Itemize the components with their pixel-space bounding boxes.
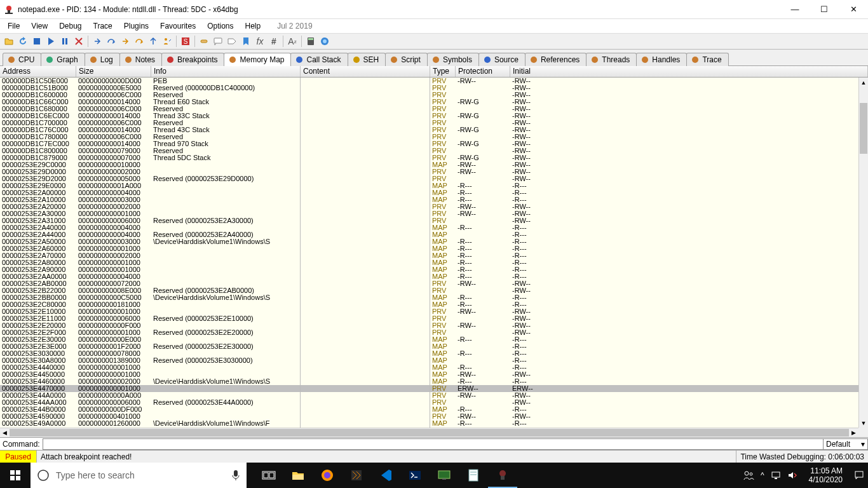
table-row[interactable]: 00000253E2A900000000000000001000MAP -R--… [0, 266, 858, 273]
table-row[interactable]: 000000DB1C66C0000000000000014000Thread E… [0, 98, 858, 105]
menu-view[interactable]: View [26, 20, 53, 32]
table-row[interactable]: 00000253E2E20000000000000000F000PRV -RW-… [0, 322, 858, 329]
col-info[interactable]: Info [151, 66, 301, 77]
tab-call-stack[interactable]: Call Stack [290, 53, 348, 66]
col-size[interactable]: Size [76, 66, 151, 77]
functions-icon[interactable]: fx [254, 35, 266, 48]
command-mode-dropdown[interactable]: Default▾ [824, 438, 868, 450]
table-row[interactable]: 000000DB1C700000000000000006C000Reserved… [0, 119, 858, 126]
vscode-icon[interactable] [371, 463, 400, 488]
table-row[interactable]: 00000253E2E30000000000000000E000MAP -R--… [0, 336, 858, 343]
tab-breakpoints[interactable]: Breakpoints [161, 53, 224, 66]
table-row[interactable]: 00000253E29D20000000000000005000Reserved… [0, 175, 858, 182]
col-type[interactable]: Type [430, 66, 456, 77]
bookmarks-icon[interactable] [240, 35, 252, 48]
menu-file[interactable]: File [3, 20, 25, 32]
table-row[interactable]: 00000253E2AB00000000000000072000PRV -RW-… [0, 280, 858, 287]
command-input[interactable] [43, 438, 824, 450]
trace-over-icon[interactable] [133, 35, 146, 48]
start-button[interactable] [0, 463, 31, 488]
task-view-icon[interactable] [254, 463, 283, 488]
trace-into-icon[interactable] [119, 35, 132, 48]
tab-source[interactable]: Source [478, 53, 526, 66]
stop-icon[interactable] [31, 35, 43, 48]
table-row[interactable]: 00000253E2A400000000000000004000MAP -R--… [0, 224, 858, 231]
run-to-return-icon[interactable] [147, 35, 159, 48]
tab-trace[interactable]: Trace [686, 53, 728, 66]
comments-icon[interactable] [212, 35, 224, 48]
col-address[interactable]: Address [0, 66, 76, 77]
menu-debug[interactable]: Debug [54, 20, 86, 32]
step-into-icon[interactable] [91, 35, 104, 48]
table-row[interactable]: 00000253E2BB000000000000000C5000\Device\… [0, 294, 858, 301]
table-row[interactable]: 000000DB1C680000000000000006C000Reserved… [0, 105, 858, 112]
tab-graph[interactable]: Graph [41, 53, 85, 66]
run-icon[interactable] [44, 35, 57, 48]
table-row[interactable]: 00000253E2AA00000000000000004000MAP -R--… [0, 273, 858, 280]
table-row[interactable]: 00000253E2A700000000000000002000MAP -R--… [0, 252, 858, 259]
memory-map-grid[interactable]: 000000DB1C50E000000000000000D000PEBPRV -… [0, 78, 868, 437]
table-row[interactable]: 00000253E2E2F0000000000000001000Reserved… [0, 329, 858, 336]
tab-seh[interactable]: SEH [348, 53, 386, 66]
tray-expand-icon[interactable]: ^ [761, 471, 764, 480]
volume-icon[interactable] [787, 470, 797, 480]
table-row[interactable]: 00000253E2E100000000000000001000PRV -RW-… [0, 308, 858, 315]
step-over-icon[interactable] [105, 35, 118, 48]
firefox-icon[interactable] [313, 463, 342, 488]
tab-symbols[interactable]: Symbols [427, 53, 479, 66]
tab-threads[interactable]: Threads [586, 53, 637, 66]
table-row[interactable]: 00000253E2E110000000000000006000Reserved… [0, 315, 858, 322]
menu-help[interactable]: Help [240, 20, 266, 32]
variables-icon[interactable]: # [268, 35, 280, 48]
table-row[interactable]: 00000253E29E0000000000000001A000MAP -R--… [0, 182, 858, 189]
table-row[interactable]: 00000253E44AA0000000000000006000Reserved… [0, 399, 858, 406]
table-row[interactable]: 000000DB1C8000000000000000079000Reserved… [0, 147, 858, 154]
table-row[interactable]: 000000DB1C780000000000000006C000Reserved… [0, 133, 858, 140]
table-row[interactable]: 00000253E29C00000000000000010000MAP -RW-… [0, 161, 858, 168]
pause-icon[interactable] [58, 35, 71, 48]
table-row[interactable]: 00000253E2C800000000000000181000MAP -R--… [0, 301, 858, 308]
table-row[interactable]: 00000253E2A310000000000000006000Reserved… [0, 217, 858, 224]
table-row[interactable]: 00000253E30A80000000000001389000Reserved… [0, 357, 858, 364]
people-icon[interactable] [743, 470, 754, 481]
table-row[interactable]: 00000253E44B000000000000000DF000MAP -R--… [0, 406, 858, 413]
col-content[interactable]: Content [301, 66, 430, 77]
restart-icon[interactable] [17, 35, 29, 48]
table-row[interactable]: 00000253E2A600000000000000001000MAP -R--… [0, 245, 858, 252]
notepad-icon[interactable] [459, 463, 488, 488]
open-icon[interactable] [3, 35, 15, 48]
table-row[interactable]: 00000253E2A000000000000000004000MAP -R--… [0, 189, 858, 196]
remote-desktop-icon[interactable] [430, 463, 459, 488]
table-row[interactable]: 000000DB1C50E000000000000000D000PEBPRV -… [0, 78, 858, 85]
tab-notes[interactable]: Notes [119, 53, 162, 66]
taskbar-search[interactable]: Type here to search [31, 463, 247, 488]
table-row[interactable]: 00000253E44400000000000000001000MAP -R--… [0, 364, 858, 371]
menu-trace[interactable]: Trace [88, 20, 118, 32]
x64dbg-taskbar-icon[interactable] [488, 463, 517, 488]
table-row[interactable]: 00000253E44600000000000000002000\Device\… [0, 378, 858, 385]
table-row[interactable]: 000000DB1C8790000000000000007000Thread 5… [0, 154, 858, 161]
close-file-icon[interactable] [72, 35, 85, 48]
col-initial[interactable]: Initial [510, 66, 868, 77]
file-explorer-icon[interactable] [283, 463, 313, 488]
tab-references[interactable]: References [525, 53, 587, 66]
action-center-icon[interactable] [854, 470, 864, 480]
table-row[interactable]: 000000DB1C51B00000000000000E5000Reserved… [0, 85, 858, 92]
tab-script[interactable]: Script [385, 53, 428, 66]
table-row[interactable]: 00000253E2A300000000000000001000PRV -RW-… [0, 210, 858, 217]
table-row[interactable]: 00000253E45900000000000000401000PRV -RW-… [0, 413, 858, 420]
minimize-button[interactable]: — [780, 0, 810, 18]
tab-cpu[interactable]: CPU [3, 53, 41, 66]
powershell-icon[interactable] [400, 463, 430, 488]
table-row[interactable]: 00000253E2A800000000000000001000MAP -R--… [0, 259, 858, 266]
vertical-scrollbar[interactable]: ▲▼ [858, 78, 868, 428]
taskbar-clock[interactable]: 11:05 AM4/10/2020 [804, 466, 848, 484]
table-row[interactable]: 000000DB1C600000000000000006C000Reserved… [0, 92, 858, 98]
tab-memory-map[interactable]: Memory Map [224, 53, 291, 66]
table-row[interactable]: 00000253E2E3E00000000000001F2000Reserved… [0, 343, 858, 350]
table-row[interactable]: 000000DB1C7EC0000000000000014000Thread 9… [0, 140, 858, 147]
table-row[interactable]: 00000253E44500000000000000001000MAP -RW-… [0, 371, 858, 378]
table-row[interactable]: 00000253E29D00000000000000002000PRV -RW-… [0, 168, 858, 175]
table-row[interactable]: 00000253E49A00000000000001260000\Device\… [0, 420, 858, 427]
labels-icon[interactable] [226, 35, 238, 48]
